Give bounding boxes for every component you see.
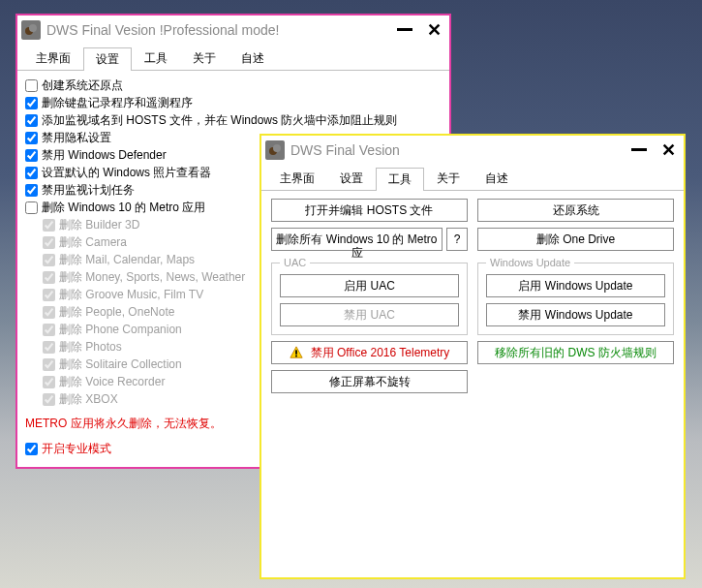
- metro-help-button[interactable]: ?: [446, 228, 468, 251]
- check-0[interactable]: 创建系统还原点: [25, 77, 442, 94]
- tab-1[interactable]: 设置: [83, 47, 132, 71]
- check-input-7[interactable]: [25, 201, 38, 214]
- check-label-3: 禁用隐私设置: [42, 129, 111, 146]
- check-input-17: [43, 376, 55, 388]
- check-input-14: [43, 324, 55, 336]
- check-1[interactable]: 删除键盘记录程序和遥测程序: [25, 94, 442, 111]
- minimize-button[interactable]: [627, 139, 651, 161]
- check-input-3[interactable]: [25, 132, 38, 144]
- check-input-1[interactable]: [25, 97, 38, 109]
- open-hosts-button[interactable]: 打开并编辑 HOSTS 文件: [271, 199, 468, 222]
- tab-1[interactable]: 设置: [327, 167, 376, 190]
- check-label-1: 删除键盘记录程序和遥测程序: [42, 94, 193, 111]
- app-logo-icon: [21, 20, 41, 40]
- tabs: 主界面设置工具关于自述: [261, 167, 684, 191]
- check-label-4: 禁用 Windows Defender: [42, 146, 167, 164]
- check-label-2: 添加监视域名到 HOSTS 文件，并在 Windows 防火墙中添加阻止规则: [42, 111, 397, 129]
- check-label-8: 删除 Builder 3D: [59, 216, 139, 233]
- check-input-16: [43, 358, 55, 371]
- tab-4[interactable]: 自述: [473, 167, 521, 190]
- enable-uac-button[interactable]: 启用 UAC: [280, 274, 459, 297]
- check-label-12: 删除 Groove Music, Film TV: [59, 286, 203, 303]
- check-input-2[interactable]: [25, 114, 38, 127]
- check-label-13: 删除 People, OneNote: [59, 303, 174, 321]
- windows-update-group: Windows Update 启用 Windows Update 禁用 Wind…: [477, 257, 674, 335]
- tab-2[interactable]: 工具: [132, 46, 180, 70]
- check-input-10: [43, 254, 55, 266]
- disable-office-label: 禁用 Office 2016 Telemetry: [311, 346, 450, 359]
- close-button[interactable]: ✕: [656, 139, 680, 161]
- check-label-16: 删除 Solitaire Collection: [59, 356, 182, 373]
- svg-point-4: [273, 144, 281, 152]
- pro-mode-input[interactable]: [25, 443, 38, 455]
- check-input-6[interactable]: [25, 184, 38, 197]
- check-label-17: 删除 Voice Recorder: [59, 373, 165, 390]
- disable-office-telemetry-button[interactable]: 禁用 Office 2016 Telemetry: [271, 341, 468, 364]
- svg-rect-2: [397, 28, 412, 31]
- check-input-9: [43, 236, 55, 249]
- check-label-14: 删除 Phone Companion: [59, 321, 182, 338]
- tab-3[interactable]: 关于: [424, 167, 473, 190]
- tab-4[interactable]: 自述: [229, 46, 277, 70]
- app-logo-icon: [265, 140, 285, 160]
- check-label-10: 删除 Mail, Calendar, Maps: [59, 251, 195, 268]
- check-label-0: 创建系统还原点: [42, 77, 123, 94]
- tab-3[interactable]: 关于: [180, 46, 229, 70]
- tab-0[interactable]: 主界面: [267, 167, 327, 190]
- svg-point-1: [29, 24, 37, 32]
- wu-legend: Windows Update: [486, 257, 574, 268]
- check-label-5: 设置默认的 Windows 照片查看器: [42, 164, 211, 181]
- warning-icon: [290, 346, 303, 359]
- fix-rotate-button[interactable]: 修正屏幕不旋转: [271, 370, 468, 393]
- svg-rect-7: [295, 350, 297, 354]
- check-label-11: 删除 Money, Sports, News, Weather: [59, 268, 245, 286]
- check-input-12: [43, 289, 55, 301]
- check-input-11: [43, 271, 55, 284]
- enable-wu-button[interactable]: 启用 Windows Update: [486, 274, 665, 297]
- delete-onedrive-button[interactable]: 删除 One Drive: [477, 228, 674, 251]
- tab-0[interactable]: 主界面: [23, 46, 83, 70]
- check-input-5[interactable]: [25, 167, 38, 179]
- check-input-4[interactable]: [25, 149, 38, 162]
- check-label-9: 删除 Camera: [59, 233, 127, 251]
- check-label-15: 删除 Photos: [59, 338, 122, 356]
- disable-uac-button[interactable]: 禁用 UAC: [280, 303, 459, 326]
- check-input-18: [43, 393, 55, 406]
- svg-rect-5: [631, 148, 647, 151]
- check-input-0[interactable]: [25, 79, 38, 92]
- uac-legend: UAC: [280, 257, 310, 268]
- check-label-18: 删除 XBOX: [59, 390, 118, 408]
- tabs: 主界面设置工具关于自述: [17, 46, 449, 71]
- check-input-15: [43, 341, 55, 354]
- check-2[interactable]: 添加监视域名到 HOSTS 文件，并在 Windows 防火墙中添加阻止规则: [25, 111, 442, 129]
- check-input-13: [43, 306, 55, 319]
- tab-2[interactable]: 工具: [376, 168, 424, 191]
- window-title: DWS Final Vesion: [290, 142, 622, 158]
- check-label-6: 禁用监视计划任务: [42, 181, 135, 199]
- svg-rect-8: [295, 356, 297, 357]
- titlebar: DWS Final Vesion ✕: [261, 136, 684, 165]
- check-input-8: [43, 219, 55, 232]
- restore-system-button[interactable]: 还原系统: [477, 199, 674, 222]
- disable-wu-button[interactable]: 禁用 Windows Update: [486, 303, 665, 326]
- tools-panel: 打开并编辑 HOSTS 文件 删除所有 Windows 10 的 Metro 应…: [261, 191, 684, 407]
- remove-firewall-rules-button[interactable]: 移除所有旧的 DWS 防火墙规则: [477, 341, 674, 364]
- titlebar: DWS Final Vesion !Professional mode! ✕: [17, 15, 449, 45]
- pro-mode-label: 开启专业模式: [42, 440, 111, 457]
- minimize-button[interactable]: [393, 19, 416, 41]
- window-title: DWS Final Vesion !Professional mode!: [46, 22, 387, 38]
- check-label-7: 删除 Windows 10 的 Metro 应用: [42, 199, 205, 216]
- uac-group: UAC 启用 UAC 禁用 UAC: [271, 257, 468, 335]
- close-button[interactable]: ✕: [422, 19, 445, 41]
- delete-all-metro-button[interactable]: 删除所有 Windows 10 的 Metro 应: [271, 228, 443, 251]
- window-tools: DWS Final Vesion ✕ 主界面设置工具关于自述 打开并编辑 HOS…: [259, 134, 686, 579]
